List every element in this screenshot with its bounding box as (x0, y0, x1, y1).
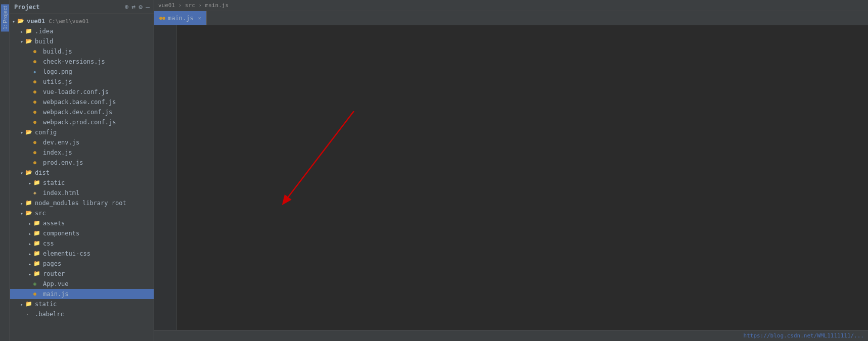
minimize-icon[interactable]: — (146, 3, 150, 11)
tree-label-babelrc: .babelrc (35, 311, 64, 318)
folder-open-icon (25, 38, 33, 45)
tree-label-css: css (43, 240, 54, 247)
tree-item-dist-static[interactable]: static (10, 178, 154, 188)
tree-label-dist-index-html: index.html (43, 189, 79, 197)
svg-line-1 (288, 111, 354, 197)
tree-item-assets[interactable]: assets (10, 218, 154, 228)
tree-label-webpack-prod-js: webpack.prod.conf.js (43, 119, 116, 126)
sidebar-header: Project ⊕ ⇄ ⚙ — (10, 0, 154, 14)
tree-item-config[interactable]: config (10, 127, 154, 137)
layout-icon[interactable]: ⇄ (132, 3, 136, 11)
tree-label-webpack-dev-js: webpack.dev.conf.js (43, 109, 112, 116)
tree-item-dev-env-js[interactable]: dev.env.js (10, 137, 154, 148)
tree-label-index-js: index.js (43, 149, 72, 156)
file-tree: vue01 C:\wml\vue01.ideabuildbuild.jschec… (10, 14, 154, 341)
top-bar: vue01 › src › main.js (154, 0, 868, 11)
tree-item-build-js[interactable]: build.js (10, 46, 154, 57)
sidebar-title: Project (14, 4, 40, 11)
tree-label-logo-png: logo.png (43, 68, 72, 75)
vue-icon (33, 280, 41, 287)
tree-item-vue01-root[interactable]: vue01 C:\wml\vue01 (10, 16, 154, 26)
js-icon (33, 149, 41, 156)
js-icon (33, 119, 41, 126)
tree-label-components: components (43, 230, 79, 237)
tree-label-node-modules: node_modules library root (35, 200, 126, 207)
project-tab-label[interactable]: 1: Project (1, 4, 9, 31)
tree-item-idea[interactable]: .idea (10, 26, 154, 36)
folder-icon (33, 250, 41, 257)
sidebar: Project ⊕ ⇄ ⚙ — vue01 C:\wml\vue01.ideab… (10, 0, 154, 341)
folder-icon (33, 240, 41, 247)
tree-item-pages[interactable]: pages (10, 259, 154, 269)
tree-item-components[interactable]: components (10, 228, 154, 238)
code-area[interactable] (177, 25, 868, 330)
status-url[interactable]: https://blog.csdn.net/WML1111111/... (744, 332, 864, 339)
tree-label-dev-env-js: dev.env.js (43, 139, 79, 146)
tree-label-utils-js: utils.js (43, 78, 72, 85)
js-icon (33, 99, 41, 106)
rc-icon (25, 311, 33, 318)
tree-item-logo-png[interactable]: logo.png (10, 67, 154, 77)
tab-close-icon[interactable]: ✕ (198, 15, 201, 21)
code-editor (154, 25, 868, 330)
js-icon (33, 88, 41, 95)
sync-icon[interactable]: ⊕ (125, 3, 129, 11)
tree-item-dist-index-html[interactable]: index.html (10, 188, 154, 198)
tree-item-main-js[interactable]: main.js (10, 289, 154, 299)
tree-item-babelrc[interactable]: .babelrc (10, 309, 154, 319)
tree-item-webpack-prod-js[interactable]: webpack.prod.conf.js (10, 117, 154, 127)
tree-item-css[interactable]: css (10, 238, 154, 249)
folder-icon (33, 270, 41, 277)
folder-icon (33, 179, 41, 186)
tree-item-src[interactable]: src (10, 208, 154, 218)
editor-area: vue01 › src › main.js ● main.js ✕ (154, 0, 868, 341)
tree-item-webpack-dev-js[interactable]: webpack.dev.conf.js (10, 107, 154, 117)
html-icon (33, 189, 41, 197)
tree-label-build-js: build.js (43, 48, 72, 55)
tree-item-dist[interactable]: dist (10, 168, 154, 178)
main-js-tab[interactable]: ● main.js ✕ (154, 11, 207, 25)
tree-label-pages: pages (43, 260, 61, 267)
tree-label-prod-env-js: prod.env.js (43, 159, 83, 166)
folder-icon (25, 301, 33, 308)
tree-label-router: router (43, 270, 65, 277)
tree-label-main-js: main.js (43, 290, 69, 298)
tree-label-dist: dist (35, 169, 50, 176)
tree-item-static[interactable]: static (10, 299, 154, 309)
js-icon (33, 290, 41, 298)
tree-label-config: config (35, 129, 57, 136)
tree-item-app-vue[interactable]: App.vue (10, 279, 154, 289)
js-icon (33, 159, 41, 166)
settings-icon[interactable]: ⚙ (139, 3, 143, 11)
js-icon (33, 109, 41, 116)
tree-label-vue01-root: vue01 C:\wml\vue01 (27, 18, 89, 25)
folder-icon (25, 28, 33, 35)
tree-label-src: src (35, 210, 46, 217)
tree-label-check-versions-js: check-versions.js (43, 58, 105, 65)
tree-label-dist-static: static (43, 179, 65, 186)
tab-js-icon: ● (159, 15, 165, 21)
breadcrumb: vue01 › src › main.js (158, 2, 229, 9)
tree-item-router[interactable]: router (10, 269, 154, 279)
tree-item-build[interactable]: build (10, 36, 154, 46)
js-icon (33, 139, 41, 146)
status-bar: https://blog.csdn.net/WML1111111/... (154, 330, 868, 341)
tree-item-vue-loader-js[interactable]: vue-loader.conf.js (10, 87, 154, 97)
folder-open-icon (25, 129, 33, 136)
tree-label-vue-loader-js: vue-loader.conf.js (43, 88, 109, 95)
folder-icon (25, 200, 33, 207)
tree-label-webpack-base-js: webpack.base.conf.js (43, 99, 116, 106)
folder-icon (33, 220, 41, 227)
js-icon (33, 58, 41, 65)
tree-item-webpack-base-js[interactable]: webpack.base.conf.js (10, 97, 154, 107)
project-tab[interactable]: 1: Project (0, 0, 10, 341)
folder-icon (33, 260, 41, 267)
tree-item-index-js[interactable]: index.js (10, 148, 154, 158)
tree-item-elementui-css[interactable]: elementui-css (10, 249, 154, 259)
folder-open-icon (25, 169, 33, 176)
tree-item-prod-env-js[interactable]: prod.env.js (10, 158, 154, 168)
tree-item-check-versions-js[interactable]: check-versions.js (10, 57, 154, 67)
tree-item-utils-js[interactable]: utils.js (10, 77, 154, 87)
tree-item-node-modules[interactable]: node_modules library root (10, 198, 154, 208)
folder-open-icon (17, 18, 25, 25)
